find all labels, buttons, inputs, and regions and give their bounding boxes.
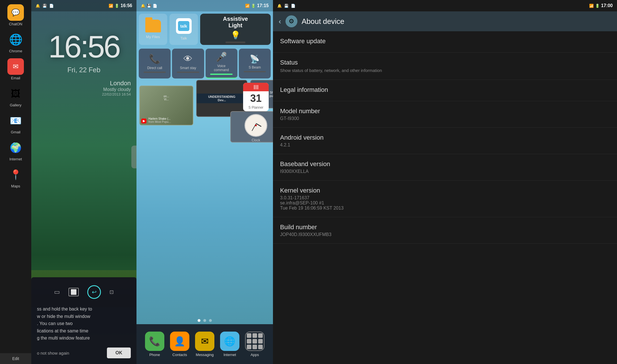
legal-title: Legal information xyxy=(280,86,610,94)
splanner-day: 31 xyxy=(250,92,262,104)
feature-direct-call[interactable]: 📞 Direct call xyxy=(139,49,171,78)
thumb-british-museum[interactable]: on...Vi... ▶ Harlem Shake (...from Most … xyxy=(139,86,193,125)
p3-header: ‹ ⚙ About device xyxy=(273,11,617,31)
multiwindow-description: ss and hold the back key to w or hide th… xyxy=(37,305,131,342)
messaging-dock-icon: ✉ xyxy=(195,332,214,351)
myfiles-label: My Files xyxy=(146,35,160,39)
baseband-version-title: Baseband version xyxy=(280,160,610,168)
panel-home-screen: 🔔 💾 📄 📶 🔋 17:15 My Files talk Talk Assi xyxy=(136,0,273,364)
sidebar-item-chrome[interactable]: 🌐 Chrome xyxy=(2,30,29,55)
weather-condition: Mostly cloudy xyxy=(31,87,131,92)
sidebar-edit[interactable]: Edit xyxy=(0,353,31,364)
feature-voice-command[interactable]: 🎤 Voice command xyxy=(206,49,237,78)
edit-label: Edit xyxy=(12,356,19,361)
feature-smart-stay[interactable]: 👁 Smart stay xyxy=(172,49,204,78)
no-show-label: o not show again xyxy=(37,351,69,355)
dot-1[interactable] xyxy=(198,319,200,322)
p2-storage-icon: 💾 xyxy=(147,4,151,8)
p3-signal-icon: 📶 xyxy=(589,4,594,8)
lock-weather: London Mostly cloudy 22/02/2013 16:54 xyxy=(31,74,136,96)
p2-status-right: 📶 🔋 17:15 xyxy=(245,3,269,8)
direct-call-label: Direct call xyxy=(147,66,162,70)
sidebar-item-gmail[interactable]: 📧 Gmail xyxy=(2,111,29,136)
back-circle-icon[interactable]: ↩ xyxy=(87,285,101,299)
p3-status-right: 📶 🔋 17:00 xyxy=(589,3,613,8)
p3-storage-icon: 💾 xyxy=(284,4,289,8)
dock-apps[interactable]: Apps xyxy=(245,332,264,357)
chrome-icon: 🌐 xyxy=(7,31,24,48)
multiwindow-footer: o not show again OK xyxy=(37,348,131,358)
model-number-value: GT-I9300 xyxy=(280,116,610,121)
p3-status-icons-left: 🔔 💾 📄 xyxy=(277,4,295,8)
email-label: Email xyxy=(11,76,20,80)
settings-build-number: Build number JOP40D.I9300XXUFMB3 xyxy=(273,217,617,244)
gallery-label: Gallery xyxy=(10,103,21,107)
weather-city: London xyxy=(31,80,131,87)
page-dots xyxy=(136,317,273,324)
myfiles-folder-icon xyxy=(145,20,161,32)
p3-document-icon: 📄 xyxy=(291,4,295,8)
document-icon: 📄 xyxy=(49,4,54,8)
kernel-version-title: Kernel version xyxy=(280,187,610,194)
sidebar: 💬 ChatON 🌐 Chrome ✉ Email 🖼 Gallery 📧 Gm… xyxy=(0,0,31,364)
clock-center-dot xyxy=(255,125,257,126)
direct-call-bar xyxy=(144,72,166,73)
back-button[interactable]: ‹ xyxy=(279,17,281,26)
sidebar-item-chaton[interactable]: 💬 ChatON xyxy=(2,3,29,28)
dock-phone[interactable]: 📞 Phone xyxy=(145,332,164,357)
yt-thumb-label: Harlem Shake (...from Most Popu... xyxy=(148,117,171,123)
recent-apps-icon: ▭ xyxy=(54,288,60,296)
p2-notification-icon: 🔔 xyxy=(141,4,145,8)
battery-icon: 🔋 xyxy=(115,4,119,8)
dock-messaging[interactable]: ✉ Messaging xyxy=(195,332,214,357)
sidebar-item-maps[interactable]: 📍 Maps xyxy=(2,165,29,190)
bottom-dock: 📞 Phone 👤 Contacts ✉ Messaging 🌐 Interne… xyxy=(136,324,273,364)
settings-software-update[interactable]: Software update xyxy=(273,31,617,53)
settings-status[interactable]: Status Show status of battery, network, … xyxy=(273,53,617,80)
sidebar-item-internet[interactable]: 🌍 Internet xyxy=(2,138,29,163)
ok-button[interactable]: OK xyxy=(107,348,131,358)
dock-internet[interactable]: 🌐 Internet xyxy=(220,332,239,357)
sbeam-bar xyxy=(244,71,266,72)
widget-row: My Files talk Talk Assistive Light 💡 xyxy=(136,11,273,47)
direct-call-icon: 📞 xyxy=(149,53,160,64)
feature-sbeam[interactable]: 📡 S Beam xyxy=(239,49,271,78)
widget-myfiles[interactable]: My Files xyxy=(139,14,167,45)
internet-label: Internet xyxy=(9,157,22,161)
splanner-day-area: 31 xyxy=(243,91,269,106)
settings-legal[interactable]: Legal information xyxy=(273,80,617,101)
recent-apps-area: on...Vi... ▶ Harlem Shake (...from Most … xyxy=(136,80,273,317)
status-subtitle: Show status of battery, network, and oth… xyxy=(280,67,610,73)
splanner-header-decoration xyxy=(254,85,258,89)
maps-icon: 📍 xyxy=(7,166,24,183)
lock-time-display: 16:56 xyxy=(31,28,136,65)
kernel-version-value: 3.0.31-171637 se.infra@SEP-100 #1 Tue Fe… xyxy=(280,195,610,211)
widget-talk[interactable]: talk Talk xyxy=(169,14,198,45)
menu-icon: ⊡ xyxy=(109,289,114,295)
clock-widget[interactable]: Clock xyxy=(243,114,269,140)
assistive-content: Assistive Light 💡 xyxy=(223,16,248,43)
splanner-widget[interactable]: 31 S Planner xyxy=(243,83,269,111)
dot-3[interactable] xyxy=(209,319,212,322)
p2-status-bar: 🔔 💾 📄 📶 🔋 17:15 xyxy=(136,0,273,11)
widget-assistive-light[interactable]: Assistive Light 💡 xyxy=(200,14,271,45)
sidebar-item-gallery[interactable]: 🖼 Gallery xyxy=(2,84,29,109)
about-device-title: About device xyxy=(302,17,344,26)
notification-icon: 🔔 xyxy=(36,4,40,8)
p3-battery-icon: 🔋 xyxy=(595,4,600,8)
status-right: 📶 🔋 16:56 xyxy=(109,3,132,8)
assistive-title: Assistive Light xyxy=(223,16,248,29)
settings-kernel-version: Kernel version 3.0.31-171637 se.infra@SE… xyxy=(273,181,617,217)
splanner-header xyxy=(243,83,269,91)
scroll-handle[interactable] xyxy=(131,146,136,168)
assistive-bar xyxy=(225,42,245,43)
contacts-dock-label: Contacts xyxy=(172,353,187,357)
baseband-version-value: I9300XXELLA xyxy=(280,169,610,174)
chrome-label: Chrome xyxy=(9,49,22,53)
apps-dock-icon xyxy=(245,332,264,351)
software-update-title: Software update xyxy=(280,38,610,45)
dock-contacts[interactable]: 👤 Contacts xyxy=(170,332,189,357)
smart-stay-label: Smart stay xyxy=(180,66,196,70)
sidebar-item-email[interactable]: ✉ Email xyxy=(2,57,29,82)
dot-2[interactable] xyxy=(203,319,206,322)
